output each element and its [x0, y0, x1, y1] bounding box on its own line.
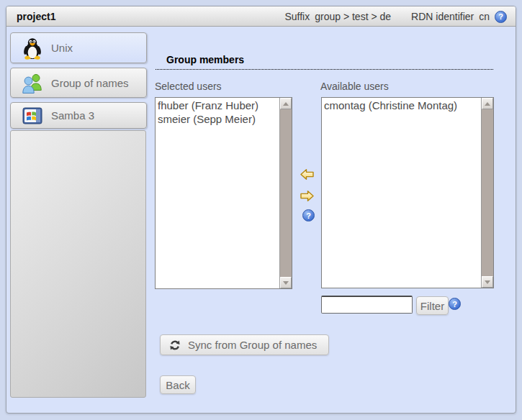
- scroll-up-icon[interactable]: [482, 98, 493, 109]
- available-users-listbox[interactable]: cmontag (Christine Montag): [321, 97, 494, 288]
- sync-icon: [169, 339, 181, 351]
- list-item[interactable]: smeier (Sepp Meier): [158, 112, 279, 126]
- sidebar-item-unix[interactable]: Unix: [10, 32, 147, 63]
- rdn-value: cn: [479, 11, 490, 22]
- group-icon: [21, 71, 44, 94]
- sidebar-item-samba3[interactable]: Samba 3: [10, 102, 147, 129]
- windows-icon: [21, 104, 44, 127]
- list-item[interactable]: cmontag (Christine Montag): [324, 99, 481, 112]
- scrollbar[interactable]: [279, 98, 292, 288]
- sync-button-label: Sync from Group of names: [188, 339, 317, 351]
- selected-users-items: fhuber (Franz Huber)smeier (Sepp Meier): [156, 98, 279, 288]
- scroll-up-icon[interactable]: [280, 98, 292, 109]
- sync-button[interactable]: Sync from Group of names: [160, 334, 329, 355]
- move-left-arrow-icon[interactable]: [300, 168, 315, 181]
- scrollbar[interactable]: [481, 98, 493, 288]
- titlebar: project1 Suffix group > test > de RDN id…: [6, 6, 516, 27]
- sidebar-item-label: Group of names: [51, 77, 129, 89]
- selected-users-listbox[interactable]: fhuber (Franz Huber)smeier (Sepp Meier): [155, 97, 292, 289]
- back-button[interactable]: Back: [160, 375, 196, 394]
- account-edit-window: project1 Suffix group > test > de RDN id…: [6, 6, 516, 414]
- rdn-label: RDN identifier: [411, 11, 474, 22]
- rdn-help-icon[interactable]: ?: [495, 11, 507, 23]
- tux-icon: [21, 37, 44, 60]
- scroll-down-icon[interactable]: [280, 277, 292, 288]
- list-item[interactable]: fhuber (Franz Huber): [158, 99, 279, 112]
- suffix-value: group > test > de: [315, 11, 391, 22]
- move-right-arrow-icon[interactable]: [300, 189, 315, 203]
- selected-users-label: Selected users: [155, 81, 222, 92]
- members-help-icon[interactable]: ?: [302, 209, 315, 222]
- filter-help-icon[interactable]: ?: [449, 298, 461, 310]
- filter-button[interactable]: Filter: [416, 296, 449, 315]
- sidebar-item-group-of-names[interactable]: Group of names: [10, 68, 147, 98]
- sidebar-item-label: Unix: [51, 42, 73, 54]
- page-title: project1: [17, 11, 55, 22]
- scroll-down-icon[interactable]: [482, 276, 493, 288]
- filter-input[interactable]: [321, 296, 413, 314]
- section-title: Group members: [156, 54, 493, 70]
- suffix-label: Suffix: [284, 11, 310, 22]
- sidebar-item-label: Samba 3: [51, 109, 94, 122]
- available-users-items: cmontag (Christine Montag): [322, 98, 481, 288]
- sidebar-background: [10, 130, 146, 398]
- available-users-label: Available users: [320, 81, 389, 92]
